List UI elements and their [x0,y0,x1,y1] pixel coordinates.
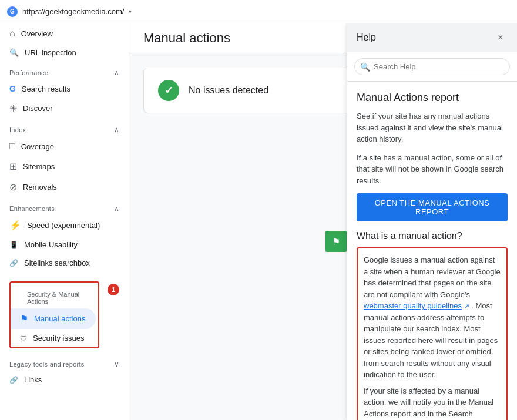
sidebar-item-label: Discover [23,104,53,113]
main-content: Manual actions No issues detected ⚑ Help… [129,23,517,420]
sidebar-item-mobile-usability[interactable]: 📱 Mobile Usability [0,236,124,254]
performance-section-header: Performance ∧ [0,62,129,79]
legacy-label: Legacy tools and reports [9,361,85,368]
sidebar-item-label: Sitelinks searchbox [24,258,90,267]
google-g-icon: G [9,84,16,93]
sidebar-item-links[interactable]: 🔗 Links [0,371,124,389]
top-bar: G https://geektogeekmedia.com/ ▾ [0,0,517,23]
sidebar-item-label: Links [24,375,42,384]
performance-label: Performance [9,69,48,76]
sidebar-item-sitelinks-searchbox[interactable]: 🔗 Sitelinks searchbox [0,254,124,272]
mobile-icon: 📱 [9,241,18,249]
no-issues-text: No issues detected [189,85,268,96]
help-search-wrapper: 🔍 [354,58,510,75]
sidebar-item-label: Removals [23,183,57,191]
sidebar-item-label: Overview [21,29,53,38]
help-panel: Help × 🔍 Manual Actions report See if yo… [347,23,517,420]
external-link-icon: ↗ [464,303,469,310]
help-body: Manual Actions report See if your site h… [347,82,517,420]
help-search-input[interactable] [354,58,510,75]
index-section-header: Index ∧ [0,119,129,136]
no-issues-card: No issues detected [143,68,378,113]
help-search-icon: 🔍 [360,62,370,72]
sidebar-item-label: Manual actions [34,314,85,323]
sidebar-item-label: URL inspection [25,48,76,57]
index-label: Index [9,126,26,133]
sidebar-item-label: Speed (experimental) [27,221,100,230]
help-panel-title: Help [357,32,376,43]
sidebar-item-security-issues[interactable]: 🛡 Security issues [11,329,96,347]
flag-icon: ⚑ [332,236,340,247]
sitemaps-icon: ⊞ [9,161,17,172]
webmaster-guidelines-link[interactable]: webmaster quality guidelines [364,301,462,310]
sidebar-item-label: Sitemaps [23,162,55,171]
highlighted-para1-text: Google issues a manual action against a … [364,256,501,299]
sidebar-item-speed[interactable]: ⚡ Speed (experimental) [0,215,124,236]
site-url: https://geektogeekmedia.com/ [22,7,124,16]
sidebar-item-search-results[interactable]: G Search results [0,79,124,98]
main-layout: ⌂ Overview 🔍 URL inspection Performance … [0,23,517,420]
sitelinks-icon: 🔗 [9,259,18,267]
security-section-label: Security & Manual Actions [18,287,91,306]
discover-icon: ✳ [9,103,17,114]
what-is-title: What is a manual action? [357,231,508,241]
shield-icon: 🛡 [20,334,27,342]
flag-icon: ⚑ [20,313,28,324]
links-icon: 🔗 [9,376,18,384]
highlighted-para1: Google issues a manual action against a … [364,254,501,381]
sidebar-item-overview[interactable]: ⌂ Overview [0,23,124,43]
enhancements-chevron[interactable]: ∧ [114,204,119,213]
help-close-button[interactable]: × [494,31,508,45]
site-dropdown-arrow[interactable]: ▾ [129,8,132,15]
sidebar-item-coverage[interactable]: □ Coverage [0,136,124,156]
sidebar-item-label: Coverage [21,142,54,151]
sidebar-item-label: Security issues [33,334,84,342]
sidebar-item-discover[interactable]: ✳ Discover [0,98,124,119]
site-favicon: G [7,6,18,17]
highlighted-para2: If your site is affected by a manual act… [364,385,501,420]
legacy-section-header: Legacy tools and reports ∨ [0,353,129,371]
highlighted-info-box: Google issues a manual action against a … [357,247,508,420]
help-search-area: 🔍 [347,52,517,82]
feedback-flag-button[interactable]: ⚑ [325,231,347,252]
enhancements-section-header: Enhancements ∧ [0,197,129,215]
sidebar: ⌂ Overview 🔍 URL inspection Performance … [0,23,129,420]
sidebar-item-label: Mobile Usability [24,240,78,249]
coverage-icon: □ [9,141,15,152]
sidebar-item-label: Search results [22,85,70,93]
home-icon: ⌂ [9,28,15,39]
sidebar-item-removals[interactable]: ⊘ Removals [0,177,124,197]
enhancements-label: Enhancements [9,205,55,212]
help-section-title: Manual Actions report [357,91,508,105]
open-report-button[interactable]: OPEN THE MANUAL ACTIONS REPORT [357,193,508,221]
highlighted-para1-cont: . Most manual actions address attempts t… [364,301,498,379]
removals-icon: ⊘ [9,182,17,193]
index-chevron[interactable]: ∧ [114,126,119,134]
help-header: Help × [347,23,517,52]
performance-chevron[interactable]: ∧ [114,69,119,77]
legacy-chevron[interactable]: ∨ [114,360,119,368]
help-bold-text: If a site has a manual action, some or a… [357,152,508,187]
sidebar-item-manual-actions[interactable]: ⚑ Manual actions [11,308,96,329]
help-intro-text: See if your site has any manual actions … [357,110,508,145]
check-icon [158,80,179,101]
sidebar-item-sitemaps[interactable]: ⊞ Sitemaps [0,156,124,177]
search-icon: 🔍 [9,48,19,57]
speed-icon: ⚡ [9,220,21,231]
sidebar-item-url-inspection[interactable]: 🔍 URL inspection [0,43,124,62]
security-badge: 1 [108,284,119,295]
